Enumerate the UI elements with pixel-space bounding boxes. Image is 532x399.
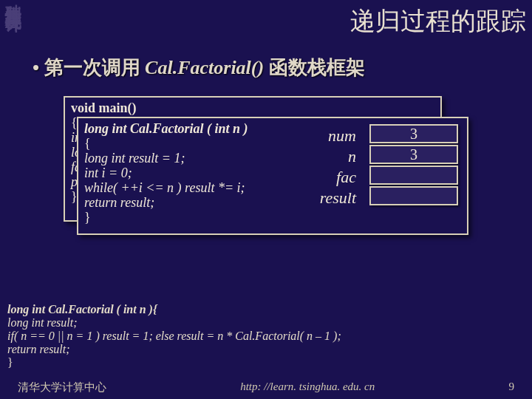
bottom-l2: long int result;	[7, 316, 78, 329]
slide-title: 递归过程的跟踪	[350, 4, 526, 38]
code-iter-l6: return result;	[84, 195, 154, 210]
code-iter-l3: long int result = 1;	[84, 151, 185, 166]
bullet-prefix: • 第一次调用	[33, 57, 145, 78]
code-main-l1: void main()	[71, 100, 137, 115]
stack-label-fac: fac	[320, 167, 356, 188]
course-vertical-label: 计算机程序设计基础	[0, 0, 21, 3]
footer: 清华大学计算中心 http: //learn. tsinghua. edu. c…	[0, 381, 532, 395]
code-box-factorial: long int Cal.Factorial ( int n ) { long …	[77, 117, 468, 235]
footer-page: 9	[508, 381, 514, 395]
stack-label-result: result	[320, 188, 356, 208]
bottom-l1: long int Cal.Factorial ( int n ){	[7, 303, 157, 316]
code-iter-l1: long int Cal.Factorial ( int n )	[84, 121, 248, 136]
stack-cell-result	[369, 186, 458, 205]
code-iter-l4: int i = 0;	[84, 166, 132, 180]
bottom-code-block: long int Cal.Factorial ( int n ){ long i…	[7, 303, 525, 369]
bullet-suffix: 函数栈框架	[264, 57, 365, 78]
footer-url: http: //learn. tsinghua. edu. cn	[240, 381, 375, 395]
stack-cell-fac	[369, 166, 458, 185]
bottom-l4: return result;	[7, 343, 70, 355]
bottom-l3: if( n == 0 || n = 1 ) result = 1; else r…	[7, 330, 341, 342]
stack-cell-num: 3	[369, 124, 458, 143]
footer-org: 清华大学计算中心	[18, 381, 106, 395]
code-iter-l5: while( ++i <= n ) result *= i;	[84, 180, 245, 195]
code-stack-area: void main() { int num = 3; long int fac;…	[64, 96, 463, 259]
code-iter-l7: }	[84, 210, 461, 225]
stack-label-n: n	[320, 146, 356, 167]
bullet-function-name: Cal.Factorial()	[145, 57, 264, 78]
stack-cells: 3 3	[369, 124, 458, 207]
stack-cell-n: 3	[369, 145, 458, 164]
bottom-l5: }	[7, 356, 525, 369]
stack-label-num: num	[320, 126, 356, 146]
stack-var-labels: num n fac result	[320, 126, 356, 208]
bullet-heading: • 第一次调用 Cal.Factorial() 函数栈框架	[33, 55, 365, 81]
